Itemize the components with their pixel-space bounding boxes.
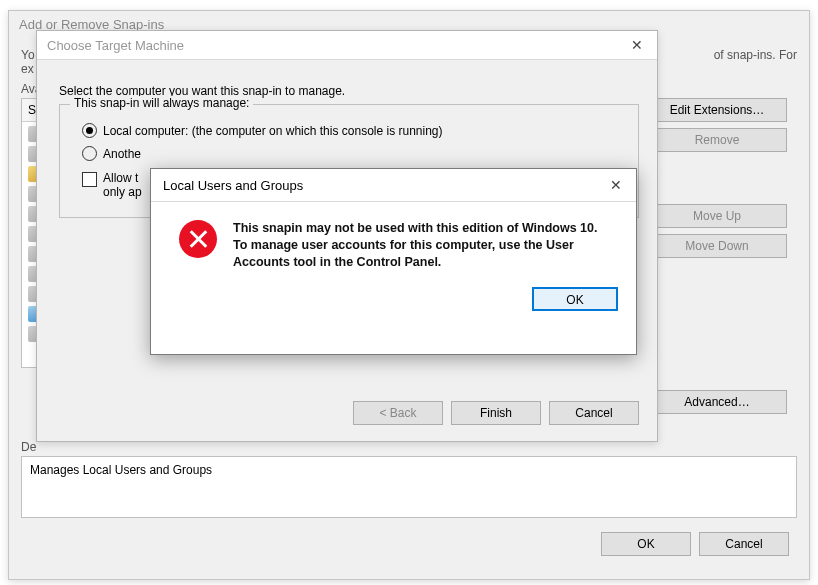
error-message: This snapin may not be used with this ed… bbox=[233, 220, 612, 271]
description-label: De bbox=[21, 440, 797, 454]
ok-button[interactable]: OK bbox=[601, 532, 691, 556]
close-icon[interactable]: ✕ bbox=[606, 177, 626, 193]
dialog-titlebar: Local Users and Groups ✕ bbox=[151, 169, 636, 202]
move-up-button[interactable]: Move Up bbox=[647, 204, 787, 228]
remove-button[interactable]: Remove bbox=[647, 128, 787, 152]
checkbox-label: Allow t only ap bbox=[103, 171, 142, 199]
description-box: Manages Local Users and Groups bbox=[21, 456, 797, 518]
radio-label: Anothe bbox=[103, 147, 141, 161]
back-button[interactable]: < Back bbox=[353, 401, 443, 425]
error-message-dialog: Local Users and Groups ✕ This snapin may… bbox=[150, 168, 637, 355]
dialog-title: Local Users and Groups bbox=[163, 178, 303, 193]
radio-icon bbox=[82, 146, 97, 161]
dialog-title: Choose Target Machine bbox=[47, 38, 184, 53]
cancel-button[interactable]: Cancel bbox=[549, 401, 639, 425]
finish-button[interactable]: Finish bbox=[451, 401, 541, 425]
ok-button[interactable]: OK bbox=[532, 287, 618, 311]
error-icon bbox=[179, 220, 217, 258]
radio-icon bbox=[82, 123, 97, 138]
selected-actions: Edit Extensions… Remove Move Up Move Dow… bbox=[647, 98, 797, 414]
close-icon[interactable]: ✕ bbox=[627, 37, 647, 53]
radio-label: Local computer: (the computer on which t… bbox=[103, 124, 443, 138]
dialog-titlebar: Choose Target Machine ✕ bbox=[37, 31, 657, 60]
checkbox-icon bbox=[82, 172, 97, 187]
radio-local-computer[interactable]: Local computer: (the computer on which t… bbox=[82, 123, 624, 138]
edit-extensions-button[interactable]: Edit Extensions… bbox=[647, 98, 787, 122]
move-down-button[interactable]: Move Down bbox=[647, 234, 787, 258]
advanced-button[interactable]: Advanced… bbox=[647, 390, 787, 414]
cancel-button[interactable]: Cancel bbox=[699, 532, 789, 556]
radio-another-computer[interactable]: Anothe bbox=[82, 146, 624, 161]
group-legend: This snap-in will always manage: bbox=[70, 96, 253, 110]
